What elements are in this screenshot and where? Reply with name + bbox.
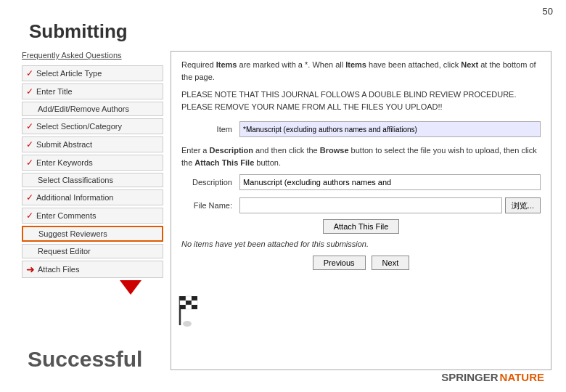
- sidebar-item-select-section-category[interactable]: ✓ Select Section/Category: [22, 118, 163, 134]
- nav-item-label: Submit Abstract: [36, 140, 92, 149]
- attach-this-file-button[interactable]: Attach This File: [323, 219, 400, 234]
- sidebar-item-request-editor[interactable]: Request Editor: [22, 244, 163, 258]
- right-panel: Required Items are marked with a *. When…: [171, 51, 551, 370]
- arrow-icon: ➜: [26, 264, 35, 275]
- file-name-input[interactable]: [239, 197, 502, 213]
- svg-rect-6: [192, 301, 197, 305]
- svg-point-10: [183, 321, 192, 327]
- nav-buttons: Previous Next: [181, 256, 541, 270]
- item-select-wrapper: *Manuscript (excluding authors names and…: [239, 121, 541, 137]
- sidebar-item-enter-comments[interactable]: ✓ Enter Comments: [22, 208, 163, 224]
- nav-item-label: Select Classifications: [26, 176, 113, 184]
- nav-item-label: Enter Comments: [36, 211, 97, 220]
- checkmark-icon: ✓: [26, 192, 33, 203]
- description-label: Description: [181, 178, 239, 187]
- item-label: Item: [181, 125, 239, 134]
- nav-item-label: Select Section/Category: [36, 122, 122, 131]
- previous-button[interactable]: Previous: [313, 256, 366, 270]
- successful-label: Successful: [28, 347, 142, 372]
- sidebar-item-enter-keywords[interactable]: ✓ Enter Keywords: [22, 155, 163, 171]
- item-row: Item *Manuscript (excluding authors name…: [181, 121, 541, 137]
- page-title: Submitting: [29, 20, 128, 43]
- svg-rect-4: [180, 301, 186, 305]
- checkmark-icon: ✓: [26, 68, 33, 78]
- checkered-flag-icon: [174, 293, 209, 330]
- description-row: Description: [181, 174, 541, 190]
- sidebar-item-additional-information[interactable]: ✓ Additional Information: [22, 189, 163, 205]
- next-button[interactable]: Next: [372, 256, 410, 270]
- nav-item-label: Attach Files: [38, 265, 79, 274]
- nav-item-label: Suggest Reviewers: [27, 229, 107, 238]
- description-input[interactable]: [239, 174, 541, 190]
- sidebar-item-submit-abstract[interactable]: ✓ Submit Abstract: [22, 136, 163, 152]
- item-select[interactable]: *Manuscript (excluding authors names and…: [239, 121, 541, 137]
- sidebar-item-add-edit-remove-authors[interactable]: Add/Edit/Remove Authors: [22, 102, 163, 116]
- nav-item-label: Enter Keywords: [36, 158, 93, 167]
- nature-text: NATURE: [500, 371, 544, 383]
- sidebar-item-select-classifications[interactable]: Select Classifications: [22, 173, 163, 187]
- down-arrow-icon: [120, 280, 142, 295]
- svg-rect-2: [186, 296, 192, 301]
- required-note: Required Items are marked with a *. When…: [181, 59, 541, 83]
- no-items-note: No items have yet been attached for this…: [181, 240, 541, 248]
- file-name-label: File Name:: [181, 201, 239, 210]
- svg-rect-3: [192, 296, 197, 301]
- checkmark-icon: ✓: [26, 139, 33, 150]
- page-number: 50: [543, 6, 553, 17]
- browse-button[interactable]: 浏览...: [505, 197, 541, 213]
- attach-btn-row: Attach This File: [181, 219, 541, 234]
- faq-link[interactable]: Frequently Asked Questions: [22, 51, 163, 60]
- sidebar-item-suggest-reviewers[interactable]: Suggest Reviewers: [22, 226, 163, 242]
- checkmark-icon: ✓: [26, 158, 33, 168]
- checkmark-icon: ✓: [26, 211, 33, 221]
- down-arrow-container: [22, 280, 163, 295]
- checkmark-icon: ✓: [26, 86, 33, 97]
- springer-text: SPRINGER: [441, 371, 498, 383]
- nav-item-label: Select Article Type: [36, 69, 102, 78]
- file-name-row: File Name: 浏览...: [181, 197, 541, 213]
- content-area: Frequently Asked Questions ✓ Select Arti…: [22, 51, 551, 370]
- nav-item-label: Additional Information: [36, 193, 113, 202]
- left-panel: Frequently Asked Questions ✓ Select Arti…: [22, 51, 163, 370]
- svg-rect-8: [186, 305, 192, 309]
- svg-rect-9: [192, 305, 197, 309]
- springer-nature-brand: SPRINGER NATURE: [441, 371, 544, 383]
- description-instruction: Enter a Description and then click the B…: [181, 144, 541, 168]
- svg-rect-7: [180, 305, 186, 309]
- sidebar-item-attach-files[interactable]: ➜ Attach Files: [22, 261, 163, 278]
- sidebar-item-select-article-type[interactable]: ✓ Select Article Type: [22, 65, 163, 81]
- nav-item-label: Enter Title: [36, 87, 73, 96]
- nav-item-label: Request Editor: [26, 247, 91, 256]
- sidebar-item-enter-title[interactable]: ✓ Enter Title: [22, 83, 163, 99]
- checkmark-icon: ✓: [26, 121, 33, 131]
- svg-rect-5: [186, 301, 192, 305]
- blind-review-note: PLEASE NOTE THAT THIS JOURNAL FOLLOWS A …: [181, 89, 541, 113]
- svg-rect-1: [180, 296, 186, 301]
- nav-item-label: Add/Edit/Remove Authors: [26, 105, 129, 113]
